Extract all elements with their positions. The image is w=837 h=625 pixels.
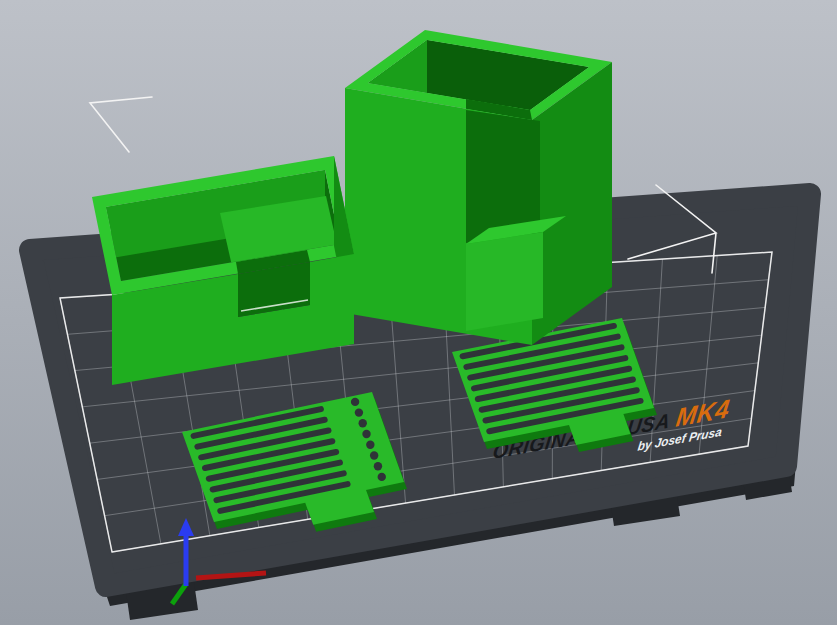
tall-box-step-face xyxy=(466,232,543,331)
plate-hole xyxy=(351,398,359,406)
plate-hole xyxy=(370,451,378,459)
plate-hole xyxy=(362,430,370,438)
model-tall-box[interactable] xyxy=(345,30,612,345)
plate-hole xyxy=(355,408,363,416)
model-open-box[interactable] xyxy=(92,156,354,385)
plate-hole xyxy=(378,473,386,481)
plate-hole xyxy=(359,419,367,427)
plate-hole xyxy=(374,462,382,470)
plate-hole xyxy=(366,441,374,449)
slicer-3d-scene[interactable]: ORIGINAL PRUSAMK4 by Josef Prusa xyxy=(0,0,837,625)
viewport-3d[interactable]: ORIGINAL PRUSAMK4 by Josef Prusa xyxy=(0,0,837,625)
